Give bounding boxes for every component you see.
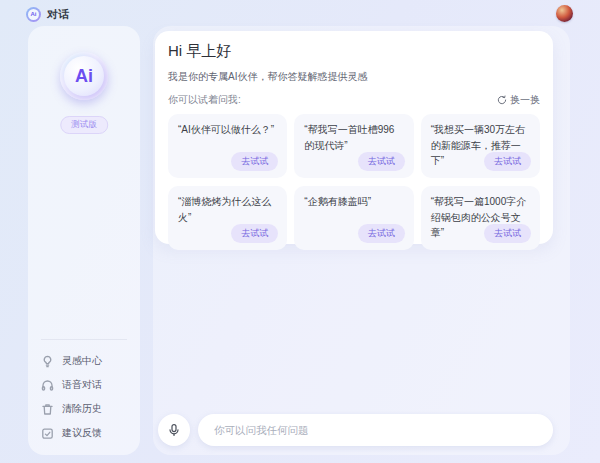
sidebar-item-voice-chat[interactable]: 语音对话 (41, 373, 127, 397)
app-title: 对话 (47, 7, 69, 22)
feedback-icon (41, 427, 54, 440)
user-avatar[interactable] (556, 5, 573, 22)
try-it-button[interactable]: 去试试 (231, 224, 278, 243)
suggestion-text: “淄博烧烤为什么这么火” (178, 194, 277, 225)
topbar: Ai 对话 (0, 0, 600, 28)
refresh-icon (497, 95, 507, 105)
suggestion-text: “企鹅有膝盖吗” (304, 194, 403, 210)
try-it-button[interactable]: 去试试 (484, 152, 531, 171)
suggestion-card: “帮我写一篇1000字介绍锅包肉的公众号文章” 去试试 (421, 186, 540, 250)
refresh-suggestions-button[interactable]: 换一换 (497, 93, 540, 107)
trash-icon (41, 403, 54, 416)
suggestion-card: “我想买一辆30万左右的新能源车，推荐一下” 去试试 (421, 114, 540, 178)
question-input[interactable] (198, 414, 553, 446)
prompt-label: 你可以试着问我: (168, 93, 241, 107)
greeting-card: Hi 早上好 我是你的专属AI伙伴，帮你答疑解惑提供灵感 你可以试着问我: 换一… (155, 31, 553, 244)
prompt-row: 你可以试着问我: 换一换 (168, 93, 540, 107)
ai-logo-text: Ai (64, 56, 104, 96)
headphones-icon (41, 379, 54, 392)
sidebar-item-label: 灵感中心 (62, 354, 102, 368)
sidebar-item-clear-history[interactable]: 清除历史 (41, 397, 127, 421)
lightbulb-icon (41, 355, 54, 368)
suggestion-card: “AI伙伴可以做什么？” 去试试 (168, 114, 287, 178)
microphone-icon (167, 423, 181, 437)
suggestion-text: “AI伙伴可以做什么？” (178, 122, 277, 138)
try-it-button[interactable]: 去试试 (358, 152, 405, 171)
suggestion-grid: “AI伙伴可以做什么？” 去试试 “帮我写一首吐槽996的现代诗” 去试试 “我… (168, 114, 540, 250)
sidebar-item-label: 清除历史 (62, 402, 102, 416)
suggestion-text: “帮我写一首吐槽996的现代诗” (304, 122, 403, 153)
suggestion-card: “淄博烧烤为什么这么火” 去试试 (168, 186, 287, 250)
sidebar-item-feedback[interactable]: 建议反馈 (41, 421, 127, 445)
greeting-title: Hi 早上好 (168, 42, 540, 61)
sidebar-menu: 灵感中心 语音对话 清除历史 建议反馈 (28, 339, 140, 445)
sidebar: Ai 测试版 灵感中心 语音对话 (28, 26, 140, 455)
sidebar-item-label: 语音对话 (62, 378, 102, 392)
ai-logo: Ai (60, 52, 108, 100)
sidebar-divider (41, 339, 127, 340)
try-it-button[interactable]: 去试试 (358, 224, 405, 243)
refresh-label: 换一换 (510, 93, 540, 107)
beta-badge: 测试版 (60, 116, 108, 134)
main-panel: Hi 早上好 我是你的专属AI伙伴，帮你答疑解惑提供灵感 你可以试着问我: 换一… (153, 26, 570, 455)
voice-input-button[interactable] (158, 414, 190, 446)
suggestion-card: “帮我写一首吐槽996的现代诗” 去试试 (294, 114, 413, 178)
suggestion-card: “企鹅有膝盖吗” 去试试 (294, 186, 413, 250)
greeting-subtitle: 我是你的专属AI伙伴，帮你答疑解惑提供灵感 (168, 70, 540, 84)
try-it-button[interactable]: 去试试 (484, 224, 531, 243)
sidebar-item-inspiration[interactable]: 灵感中心 (41, 349, 127, 373)
sidebar-item-label: 建议反馈 (62, 426, 102, 440)
try-it-button[interactable]: 去试试 (231, 152, 278, 171)
app-logo-icon: Ai (26, 7, 41, 22)
